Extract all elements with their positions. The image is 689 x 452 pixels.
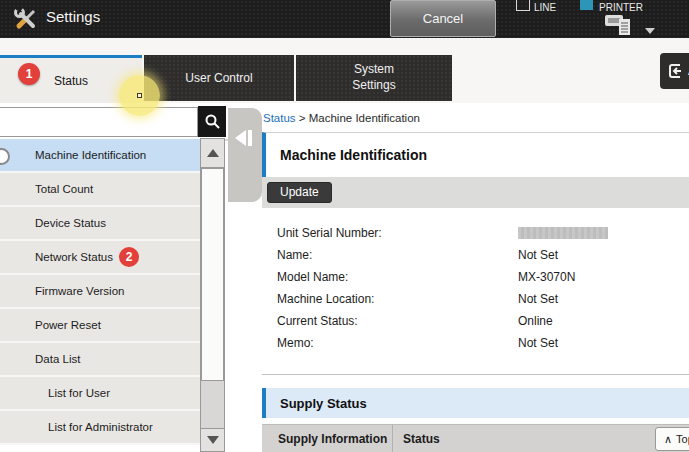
sidebar-item-label: Device Status (35, 217, 106, 229)
sidebar-collapse-handle[interactable] (228, 108, 262, 202)
redacted-serial-value (518, 227, 608, 239)
tab-system-settings[interactable]: System Settings (296, 55, 452, 101)
step-badge-2: 2 (119, 247, 139, 267)
scroll-up-button[interactable] (201, 139, 224, 168)
field-name: Name: Not Set (277, 244, 677, 266)
sidebar-item-label: Firmware Version (35, 285, 124, 297)
field-unit-serial-number: Unit Serial Number: (277, 222, 677, 244)
sidebar-item-data-list[interactable]: Data List (0, 343, 200, 377)
field-value: Not Set (518, 248, 558, 262)
sidebar-item-label: Power Reset (35, 319, 101, 331)
field-model-name: Model Name: MX-3070N (277, 266, 677, 288)
tab-system-settings-label: System Settings (339, 62, 409, 93)
admin-login-button[interactable]: A (660, 53, 689, 89)
sidebar-item-label: List for User (48, 387, 110, 399)
search-icon (204, 113, 221, 130)
machine-info-fields: Unit Serial Number: Name: Not Set Model … (277, 222, 677, 354)
breadcrumb-current: Machine Identification (309, 112, 420, 124)
field-label: Memo: (277, 336, 518, 350)
supply-status-heading: Supply Status (262, 388, 689, 418)
scrollbar-thumb[interactable] (201, 168, 224, 381)
field-label: Unit Serial Number: (277, 226, 518, 240)
printer-label: PRINTER (599, 2, 643, 13)
sidebar-item-total-count[interactable]: Total Count (0, 173, 200, 207)
section-divider (262, 374, 689, 375)
step-badge-1: 1 (18, 63, 40, 85)
sidebar-scrollbar[interactable] (200, 138, 225, 452)
login-arrow-icon (667, 63, 683, 79)
sidebar-item-network-status[interactable]: Network Status 2 (0, 241, 200, 275)
field-value: Online (518, 314, 553, 328)
field-machine-location: Machine Location: Not Set (277, 288, 677, 310)
collapse-left-icon (235, 130, 252, 146)
supply-table-header: Supply Information Status ∧ Top (262, 424, 689, 452)
back-to-top-button[interactable]: ∧ Top (655, 427, 689, 451)
update-button[interactable]: Update (267, 182, 332, 203)
cursor-square-icon (137, 93, 142, 98)
selected-item-marker-icon (0, 148, 10, 165)
supply-status-title: Supply Status (280, 396, 367, 411)
back-to-top-label: Top (676, 433, 689, 445)
page-title: Machine Identification (280, 147, 427, 163)
field-label: Current Status: (277, 314, 518, 328)
printer-icon[interactable] (603, 14, 639, 37)
column-status: Status (392, 425, 689, 452)
sidebar-item-power-reset[interactable]: Power Reset (0, 309, 200, 343)
sidebar-item-firmware-version[interactable]: Firmware Version (0, 275, 200, 309)
triangle-down-icon (207, 436, 219, 444)
sidebar-item-label: List for Administrator (48, 421, 153, 433)
breadcrumb-separator: > (299, 112, 306, 124)
sidebar-nav: Machine Identification Total Count Devic… (0, 139, 200, 445)
column-supply-information: Supply Information (262, 432, 392, 446)
field-value: Not Set (518, 292, 558, 306)
sidebar-item-label: Total Count (35, 183, 93, 195)
chevron-down-icon[interactable] (645, 28, 655, 34)
sidebar-item-list-for-user[interactable]: List for User (0, 377, 200, 411)
sidebar-item-device-status[interactable]: Device Status (0, 207, 200, 241)
printer-status-swatch (580, 0, 593, 10)
sidebar-item-label: Machine Identification (35, 149, 146, 161)
app-title: Settings (46, 8, 100, 25)
sidebar-item-label: Network Status (35, 251, 113, 263)
breadcrumb-link-status[interactable]: Status (263, 112, 296, 124)
field-value: Not Set (518, 336, 558, 350)
page-title-panel: Machine Identification (262, 132, 689, 177)
tab-user-control[interactable]: User Control (144, 55, 294, 101)
settings-tools-icon (13, 6, 39, 32)
sidebar-item-machine-identification[interactable]: Machine Identification (0, 139, 200, 173)
cancel-button[interactable]: Cancel (390, 0, 496, 37)
sidebar-item-list-for-administrator[interactable]: List for Administrator (0, 411, 200, 445)
field-current-status: Current Status: Online (277, 310, 677, 332)
field-label: Model Name: (277, 270, 518, 284)
sidebar-search-input[interactable] (0, 107, 198, 137)
touch-click-indicator (119, 75, 160, 116)
field-label: Name: (277, 248, 518, 262)
line-checkbox[interactable] (516, 0, 530, 11)
update-toolbar: Update (262, 177, 689, 208)
settings-screen: Settings Cancel LINE PRINTER Status User… (0, 0, 689, 452)
chevron-up-icon: ∧ (664, 433, 672, 446)
sidebar-item-label: Data List (35, 353, 80, 365)
triangle-up-icon (207, 149, 219, 157)
breadcrumb: Status > Machine Identification (263, 112, 420, 124)
top-bar: Settings Cancel LINE PRINTER (0, 0, 689, 38)
scroll-down-button[interactable] (201, 428, 224, 451)
line-label: LINE (534, 2, 556, 13)
field-value: MX-3070N (518, 270, 575, 284)
field-memo: Memo: Not Set (277, 332, 677, 354)
field-label: Machine Location: (277, 292, 518, 306)
search-button[interactable] (198, 106, 226, 137)
